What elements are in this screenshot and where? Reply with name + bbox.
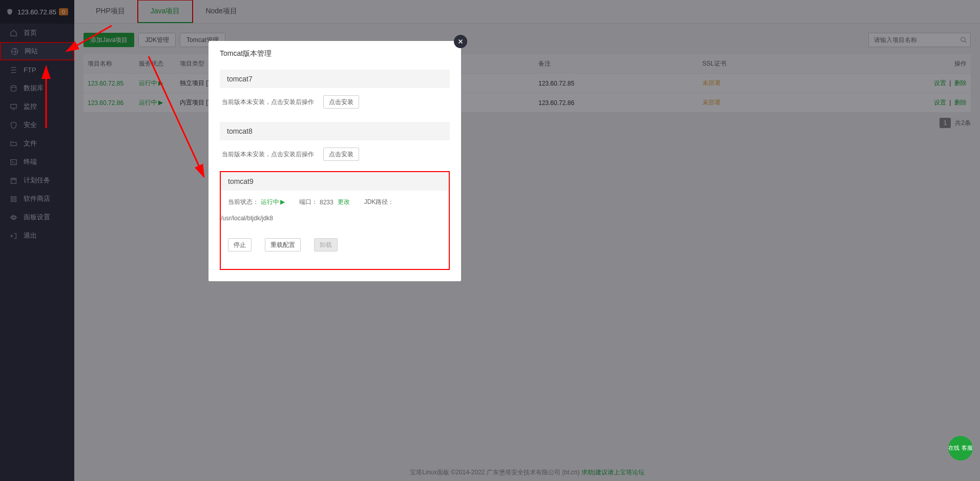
modal-overlay[interactable] bbox=[0, 0, 980, 481]
tomcat9-port-label: 端口： bbox=[299, 198, 318, 206]
tomcat9-block: tomcat9 当前状态： 运行中▶ 端口： 8233 更改 JDK路径： /u… bbox=[220, 171, 450, 270]
tomcat8-hint: 当前版本未安装，点击安装后操作 bbox=[222, 150, 314, 159]
tomcat9-jdk-value: /usr/local/btjdk/jdk8 bbox=[221, 215, 273, 222]
tomcat8-block: tomcat8 当前版本未安装，点击安装后操作 点击安装 bbox=[220, 122, 450, 171]
tomcat9-reload-button[interactable]: 重载配置 bbox=[265, 238, 301, 252]
close-icon bbox=[457, 38, 464, 45]
tomcat8-header: tomcat8 bbox=[220, 122, 450, 140]
online-support-button[interactable]: 在线 客服 bbox=[948, 436, 973, 461]
tomcat9-jdk-label: JDK路径： bbox=[364, 198, 394, 206]
tomcat-version-modal: Tomcat版本管理 tomcat7 当前版本未安装，点击安装后操作 点击安装 … bbox=[208, 41, 461, 281]
tomcat9-status-label: 当前状态： bbox=[228, 198, 259, 206]
tomcat9-header: tomcat9 bbox=[221, 172, 449, 191]
tomcat8-install-button[interactable]: 点击安装 bbox=[323, 148, 359, 161]
modal-close-button[interactable] bbox=[454, 35, 467, 48]
tomcat9-status-value: 运行中▶ bbox=[261, 198, 285, 206]
tomcat9-port-change[interactable]: 更改 bbox=[338, 198, 350, 206]
tomcat7-block: tomcat7 当前版本未安装，点击安装后操作 点击安装 bbox=[220, 70, 450, 119]
tomcat7-install-button[interactable]: 点击安装 bbox=[323, 95, 359, 109]
tomcat7-header: tomcat7 bbox=[220, 70, 450, 88]
tomcat9-stop-button[interactable]: 停止 bbox=[228, 238, 252, 252]
tomcat9-port-value: 8233 bbox=[320, 199, 333, 206]
tomcat9-uninstall-button[interactable]: 卸载 bbox=[314, 238, 338, 252]
modal-title: Tomcat版本管理 bbox=[208, 41, 461, 67]
tomcat7-hint: 当前版本未安装，点击安装后操作 bbox=[222, 98, 314, 107]
